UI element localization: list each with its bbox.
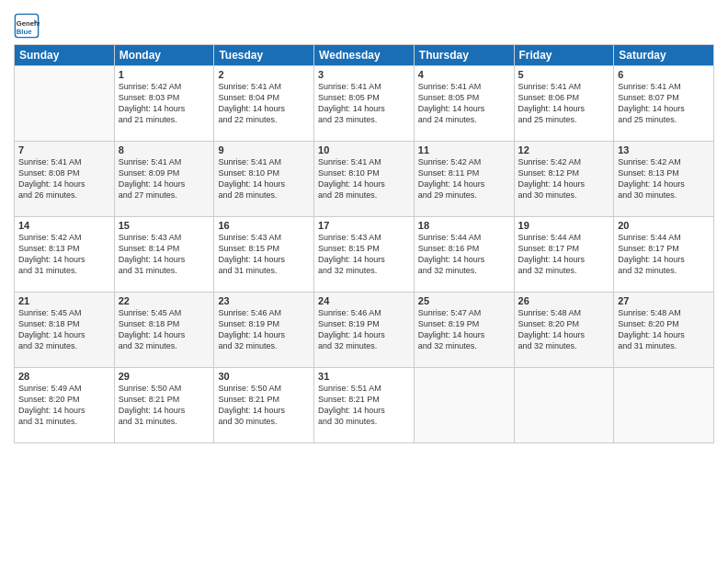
calendar-cell: 2Sunrise: 5:41 AM Sunset: 8:04 PM Daylig… bbox=[214, 66, 314, 142]
day-detail: Sunrise: 5:44 AM Sunset: 8:16 PM Dayligh… bbox=[418, 232, 510, 277]
dow-header-monday: Monday bbox=[114, 45, 214, 66]
day-number: 15 bbox=[119, 220, 210, 231]
day-number: 25 bbox=[418, 295, 510, 306]
calendar-cell: 20Sunrise: 5:44 AM Sunset: 8:17 PM Dayli… bbox=[614, 217, 714, 293]
day-detail: Sunrise: 5:42 AM Sunset: 8:13 PM Dayligh… bbox=[18, 232, 110, 277]
day-detail: Sunrise: 5:41 AM Sunset: 8:08 PM Dayligh… bbox=[18, 156, 110, 201]
day-number: 9 bbox=[218, 144, 310, 155]
day-number: 19 bbox=[518, 220, 610, 231]
calendar-cell: 9Sunrise: 5:41 AM Sunset: 8:10 PM Daylig… bbox=[214, 142, 314, 217]
day-detail: Sunrise: 5:45 AM Sunset: 8:18 PM Dayligh… bbox=[18, 307, 110, 352]
day-detail: Sunrise: 5:43 AM Sunset: 8:15 PM Dayligh… bbox=[218, 232, 310, 277]
week-row-1: 1Sunrise: 5:42 AM Sunset: 8:03 PM Daylig… bbox=[15, 66, 714, 142]
calendar-cell: 30Sunrise: 5:50 AM Sunset: 8:21 PM Dayli… bbox=[214, 368, 314, 443]
dow-header-wednesday: Wednesday bbox=[314, 45, 415, 66]
calendar-cell: 13Sunrise: 5:42 AM Sunset: 8:13 PM Dayli… bbox=[614, 142, 714, 217]
calendar-cell: 18Sunrise: 5:44 AM Sunset: 8:16 PM Dayli… bbox=[414, 217, 514, 293]
day-number: 10 bbox=[318, 144, 410, 155]
calendar-cell: 31Sunrise: 5:51 AM Sunset: 8:21 PM Dayli… bbox=[314, 368, 415, 443]
day-detail: Sunrise: 5:42 AM Sunset: 8:13 PM Dayligh… bbox=[618, 156, 710, 201]
day-detail: Sunrise: 5:41 AM Sunset: 8:07 PM Dayligh… bbox=[618, 81, 710, 126]
dow-header-sunday: Sunday bbox=[15, 45, 115, 66]
calendar-cell bbox=[414, 368, 514, 443]
day-number: 14 bbox=[18, 220, 110, 231]
day-detail: Sunrise: 5:42 AM Sunset: 8:03 PM Dayligh… bbox=[119, 81, 210, 126]
day-number: 13 bbox=[618, 144, 710, 155]
day-detail: Sunrise: 5:41 AM Sunset: 8:05 PM Dayligh… bbox=[318, 81, 410, 126]
calendar-cell: 25Sunrise: 5:47 AM Sunset: 8:19 PM Dayli… bbox=[414, 293, 514, 368]
calendar-cell: 12Sunrise: 5:42 AM Sunset: 8:12 PM Dayli… bbox=[514, 142, 614, 217]
day-number: 31 bbox=[318, 371, 410, 382]
day-number: 2 bbox=[218, 69, 310, 80]
day-detail: Sunrise: 5:46 AM Sunset: 8:19 PM Dayligh… bbox=[218, 307, 310, 352]
day-detail: Sunrise: 5:50 AM Sunset: 8:21 PM Dayligh… bbox=[119, 383, 210, 428]
calendar-cell: 6Sunrise: 5:41 AM Sunset: 8:07 PM Daylig… bbox=[614, 66, 714, 142]
calendar-cell: 14Sunrise: 5:42 AM Sunset: 8:13 PM Dayli… bbox=[15, 217, 115, 293]
calendar: SundayMondayTuesdayWednesdayThursdayFrid… bbox=[14, 44, 714, 443]
day-detail: Sunrise: 5:48 AM Sunset: 8:20 PM Dayligh… bbox=[618, 307, 710, 352]
day-number: 20 bbox=[618, 220, 710, 231]
day-detail: Sunrise: 5:48 AM Sunset: 8:20 PM Dayligh… bbox=[518, 307, 610, 352]
day-number: 28 bbox=[18, 371, 110, 382]
calendar-cell: 17Sunrise: 5:43 AM Sunset: 8:15 PM Dayli… bbox=[314, 217, 415, 293]
calendar-cell: 28Sunrise: 5:49 AM Sunset: 8:20 PM Dayli… bbox=[15, 368, 115, 443]
calendar-cell: 22Sunrise: 5:45 AM Sunset: 8:18 PM Dayli… bbox=[114, 293, 214, 368]
day-of-week-row: SundayMondayTuesdayWednesdayThursdayFrid… bbox=[15, 45, 714, 66]
day-number: 7 bbox=[18, 144, 110, 155]
calendar-cell: 26Sunrise: 5:48 AM Sunset: 8:20 PM Dayli… bbox=[514, 293, 614, 368]
day-number: 1 bbox=[119, 69, 210, 80]
day-number: 4 bbox=[418, 69, 510, 80]
day-number: 29 bbox=[119, 371, 210, 382]
calendar-cell: 19Sunrise: 5:44 AM Sunset: 8:17 PM Dayli… bbox=[514, 217, 614, 293]
day-number: 12 bbox=[518, 144, 610, 155]
dow-header-tuesday: Tuesday bbox=[214, 45, 314, 66]
day-detail: Sunrise: 5:42 AM Sunset: 8:12 PM Dayligh… bbox=[518, 156, 610, 201]
week-row-3: 14Sunrise: 5:42 AM Sunset: 8:13 PM Dayli… bbox=[15, 217, 714, 293]
day-detail: Sunrise: 5:44 AM Sunset: 8:17 PM Dayligh… bbox=[618, 232, 710, 277]
calendar-cell bbox=[514, 368, 614, 443]
calendar-cell: 11Sunrise: 5:42 AM Sunset: 8:11 PM Dayli… bbox=[414, 142, 514, 217]
day-detail: Sunrise: 5:51 AM Sunset: 8:21 PM Dayligh… bbox=[318, 383, 410, 428]
day-number: 22 bbox=[119, 295, 210, 306]
dow-header-saturday: Saturday bbox=[614, 45, 714, 66]
calendar-cell: 21Sunrise: 5:45 AM Sunset: 8:18 PM Dayli… bbox=[15, 293, 115, 368]
calendar-cell: 3Sunrise: 5:41 AM Sunset: 8:05 PM Daylig… bbox=[314, 66, 415, 142]
day-detail: Sunrise: 5:50 AM Sunset: 8:21 PM Dayligh… bbox=[218, 383, 310, 428]
day-detail: Sunrise: 5:41 AM Sunset: 8:10 PM Dayligh… bbox=[318, 156, 410, 201]
day-detail: Sunrise: 5:49 AM Sunset: 8:20 PM Dayligh… bbox=[18, 383, 110, 428]
day-number: 21 bbox=[18, 295, 110, 306]
day-detail: Sunrise: 5:45 AM Sunset: 8:18 PM Dayligh… bbox=[119, 307, 210, 352]
day-detail: Sunrise: 5:41 AM Sunset: 8:10 PM Dayligh… bbox=[218, 156, 310, 201]
calendar-cell: 8Sunrise: 5:41 AM Sunset: 8:09 PM Daylig… bbox=[114, 142, 214, 217]
day-number: 23 bbox=[218, 295, 310, 306]
dow-header-thursday: Thursday bbox=[414, 45, 514, 66]
calendar-cell: 29Sunrise: 5:50 AM Sunset: 8:21 PM Dayli… bbox=[114, 368, 214, 443]
day-detail: Sunrise: 5:44 AM Sunset: 8:17 PM Dayligh… bbox=[518, 232, 610, 277]
day-number: 17 bbox=[318, 220, 410, 231]
calendar-cell: 5Sunrise: 5:41 AM Sunset: 8:06 PM Daylig… bbox=[514, 66, 614, 142]
day-number: 24 bbox=[318, 295, 410, 306]
day-number: 3 bbox=[318, 69, 410, 80]
calendar-cell: 15Sunrise: 5:43 AM Sunset: 8:14 PM Dayli… bbox=[114, 217, 214, 293]
calendar-cell bbox=[614, 368, 714, 443]
day-detail: Sunrise: 5:47 AM Sunset: 8:19 PM Dayligh… bbox=[418, 307, 510, 352]
day-number: 11 bbox=[418, 144, 510, 155]
day-number: 5 bbox=[518, 69, 610, 80]
day-number: 27 bbox=[618, 295, 710, 306]
day-number: 16 bbox=[218, 220, 310, 231]
week-row-4: 21Sunrise: 5:45 AM Sunset: 8:18 PM Dayli… bbox=[15, 293, 714, 368]
day-number: 30 bbox=[218, 371, 310, 382]
logo: General Blue bbox=[14, 13, 41, 39]
day-detail: Sunrise: 5:46 AM Sunset: 8:19 PM Dayligh… bbox=[318, 307, 410, 352]
calendar-cell: 10Sunrise: 5:41 AM Sunset: 8:10 PM Dayli… bbox=[314, 142, 415, 217]
logo-icon: General Blue bbox=[14, 13, 40, 39]
svg-text:Blue: Blue bbox=[17, 28, 32, 36]
week-row-2: 7Sunrise: 5:41 AM Sunset: 8:08 PM Daylig… bbox=[15, 142, 714, 217]
calendar-cell: 16Sunrise: 5:43 AM Sunset: 8:15 PM Dayli… bbox=[214, 217, 314, 293]
calendar-cell: 4Sunrise: 5:41 AM Sunset: 8:05 PM Daylig… bbox=[414, 66, 514, 142]
day-detail: Sunrise: 5:41 AM Sunset: 8:06 PM Dayligh… bbox=[518, 81, 610, 126]
dow-header-friday: Friday bbox=[514, 45, 614, 66]
day-detail: Sunrise: 5:41 AM Sunset: 8:09 PM Dayligh… bbox=[119, 156, 210, 201]
day-number: 26 bbox=[518, 295, 610, 306]
day-detail: Sunrise: 5:42 AM Sunset: 8:11 PM Dayligh… bbox=[418, 156, 510, 201]
